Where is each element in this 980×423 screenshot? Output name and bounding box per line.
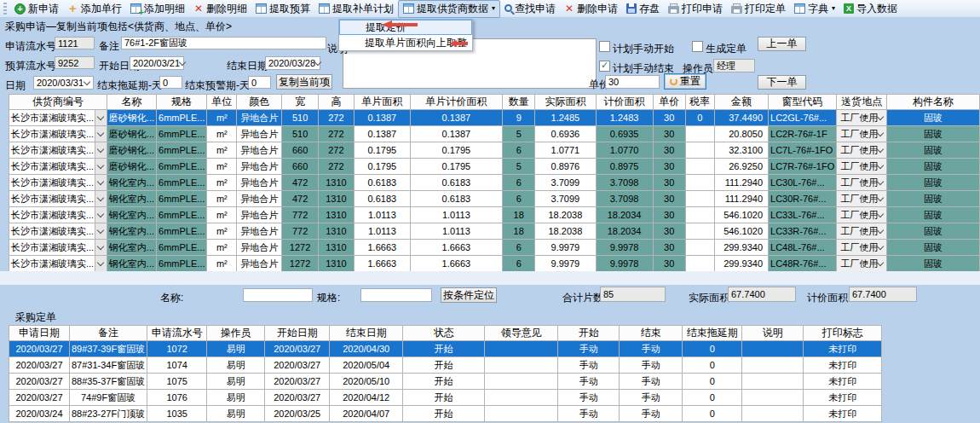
- table-cell[interactable]: 510: [282, 126, 318, 142]
- column-header[interactable]: 宽: [282, 95, 318, 110]
- table-cell[interactable]: [685, 256, 714, 272]
- manual-start-checkbox[interactable]: [599, 41, 610, 52]
- column-header[interactable]: 规格: [157, 95, 207, 110]
- table-cell[interactable]: 0: [685, 110, 714, 126]
- table-cell[interactable]: 长沙市潇湘玻璃实...: [9, 223, 107, 240]
- table-cell[interactable]: 手动: [620, 357, 683, 374]
- table-cell[interactable]: 未打印: [804, 406, 882, 422]
- table-cell[interactable]: 2020/04/30: [330, 341, 403, 357]
- toolbar-new-request[interactable]: 新申请: [10, 1, 63, 17]
- toolbar-print-request[interactable]: 打印申请: [664, 1, 727, 17]
- table-cell[interactable]: 1310: [318, 175, 354, 191]
- table-cell[interactable]: 6mmPLE...: [157, 207, 207, 223]
- toolbar-add-detail[interactable]: +添加明细: [126, 1, 189, 17]
- table-cell[interactable]: 2020/04/12: [330, 390, 403, 406]
- table-cell[interactable]: 固玻: [887, 126, 980, 142]
- column-header[interactable]: 计价面积: [596, 95, 653, 110]
- table-cell[interactable]: 472: [282, 191, 318, 207]
- table-cell[interactable]: 固玻: [887, 223, 980, 240]
- table-cell[interactable]: m²: [207, 223, 237, 240]
- table-cell[interactable]: 272: [318, 142, 354, 159]
- dropdown-arrow-icon[interactable]: [877, 113, 884, 120]
- delay-input[interactable]: [159, 76, 182, 89]
- warn-input[interactable]: [248, 76, 271, 89]
- table-cell[interactable]: m²: [207, 142, 237, 159]
- table-cell[interactable]: 30: [653, 159, 685, 175]
- table-cell[interactable]: LC7R-76#-1FO: [769, 159, 837, 175]
- dropdown-arrow-icon[interactable]: [877, 243, 884, 250]
- column-header[interactable]: 领导意见: [485, 326, 558, 341]
- table-row[interactable]: 2020/03/2488#23-27F门顶玻1035易明2020/03/2520…: [9, 406, 882, 422]
- table-cell[interactable]: 长沙市潇湘玻璃实...: [9, 159, 107, 175]
- table-cell[interactable]: 30: [653, 223, 685, 240]
- table-cell[interactable]: 74#9F窗固玻: [70, 390, 147, 406]
- table-cell[interactable]: 6mmPLE...: [157, 256, 207, 272]
- table-cell[interactable]: 0.1795: [355, 159, 410, 175]
- table-cell[interactable]: 0.6183: [355, 175, 410, 191]
- table-cell[interactable]: 工厂使用: [837, 256, 887, 272]
- table-cell[interactable]: 固玻: [887, 240, 980, 256]
- table-cell[interactable]: 472: [282, 175, 318, 191]
- table-cell[interactable]: 未打印: [804, 374, 882, 390]
- table-cell[interactable]: 手动: [558, 406, 620, 422]
- table-cell[interactable]: 9.9978: [596, 240, 653, 256]
- table-cell[interactable]: 2020/03/27: [9, 390, 70, 406]
- table-cell[interactable]: 异地合片: [237, 256, 282, 272]
- table-cell[interactable]: 未打印: [804, 357, 882, 374]
- table-cell[interactable]: 0: [683, 406, 742, 422]
- table-cell[interactable]: 18.2034: [596, 223, 653, 240]
- toolbar-extract-budget[interactable]: 提取预算: [251, 1, 314, 17]
- table-cell[interactable]: 5: [503, 159, 535, 175]
- manual-end-checkbox[interactable]: [599, 61, 610, 72]
- table-cell[interactable]: 18.2034: [596, 207, 653, 223]
- table-cell[interactable]: m²: [207, 126, 237, 142]
- table-cell[interactable]: 2020/03/24: [9, 406, 70, 422]
- table-cell[interactable]: 1.2485: [535, 110, 596, 126]
- table-cell[interactable]: 1.0113: [410, 207, 503, 223]
- table-cell[interactable]: m²: [207, 175, 237, 191]
- table-cell[interactable]: [685, 240, 714, 256]
- table-cell[interactable]: 开始: [403, 390, 485, 406]
- table-cell[interactable]: 钢化室内...: [107, 256, 156, 272]
- table-cell[interactable]: 0.6936: [535, 126, 596, 142]
- table-cell[interactable]: 1.2483: [596, 110, 653, 126]
- toolbar-delete-request[interactable]: ✕删除申请: [560, 1, 622, 17]
- column-header[interactable]: 名称: [107, 95, 156, 110]
- table-cell[interactable]: 1.6663: [355, 256, 410, 272]
- table-cell[interactable]: 6: [503, 175, 535, 191]
- table-cell[interactable]: [685, 175, 714, 191]
- column-header[interactable]: 实际面积: [535, 95, 596, 110]
- table-cell[interactable]: 18: [503, 223, 535, 240]
- table-cell[interactable]: 0: [683, 341, 742, 357]
- table-cell[interactable]: 272: [318, 126, 354, 142]
- locate-button[interactable]: 按条件定位: [441, 287, 497, 303]
- table-cell[interactable]: 1.0113: [410, 223, 503, 240]
- table-cell[interactable]: 异地合片: [237, 159, 282, 175]
- table-cell[interactable]: 9.9978: [596, 256, 653, 272]
- dropdown-arrow-icon[interactable]: [877, 178, 884, 185]
- table-cell[interactable]: m²: [207, 159, 237, 175]
- table-cell[interactable]: 1075: [147, 374, 207, 390]
- table-cell[interactable]: 工厂使用: [837, 207, 887, 223]
- table-cell[interactable]: 1.6663: [410, 256, 503, 272]
- operator-input[interactable]: [713, 59, 755, 72]
- table-cell[interactable]: 510: [282, 110, 318, 126]
- table-cell[interactable]: 1076: [147, 390, 207, 406]
- table-cell[interactable]: 手动: [620, 341, 683, 357]
- toolbar-extract-supplier-data[interactable]: 提取供货商数据▾: [398, 0, 500, 18]
- table-cell[interactable]: 长沙市潇湘玻璃实...: [9, 207, 107, 223]
- table-cell[interactable]: [485, 390, 558, 406]
- next-order-button[interactable]: 下一单: [758, 75, 806, 90]
- table-cell[interactable]: LC7L-76#-1FO: [769, 142, 837, 159]
- table-cell[interactable]: [685, 223, 714, 240]
- unit-price-input[interactable]: [605, 75, 660, 89]
- table-cell[interactable]: 异地合片: [237, 240, 282, 256]
- table-cell[interactable]: 30: [653, 256, 685, 272]
- table-cell[interactable]: 手动: [620, 390, 683, 406]
- table-cell[interactable]: 手动: [620, 406, 683, 422]
- table-cell[interactable]: [685, 126, 714, 142]
- table-cell[interactable]: 6mmPLE...: [157, 110, 207, 126]
- table-row[interactable]: 长沙市潇湘玻璃实...钢化室内...6mmPLE...m²异地合片4721310…: [9, 175, 980, 191]
- toolbar-dictionary[interactable]: 字典▾: [790, 1, 839, 17]
- column-header[interactable]: 说明: [742, 326, 804, 341]
